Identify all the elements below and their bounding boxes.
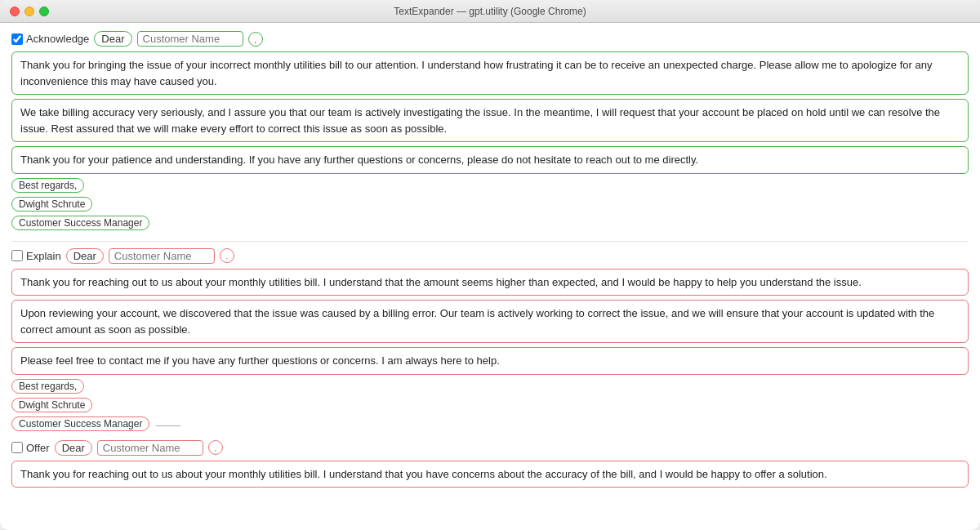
minimize-button[interactable]	[24, 7, 34, 16]
acknowledge-label: Acknowledge	[26, 33, 89, 45]
offer-dear-pill[interactable]: Dear	[55, 440, 92, 456]
explain-customer-input[interactable]	[109, 248, 215, 264]
acknowledge-comma: ,	[248, 32, 263, 47]
acknowledge-para-1: Thank you for bringing the issue of your…	[11, 51, 969, 95]
explain-para-2: Upon reviewing your account, we discover…	[11, 300, 969, 343]
acknowledge-dear-pill[interactable]: Dear	[94, 31, 131, 47]
explain-para-3: Please feel free to contact me if you ha…	[11, 347, 969, 375]
offer-header: Offer Dear ,	[11, 440, 969, 456]
acknowledge-checkbox-label[interactable]: Acknowledge	[11, 33, 89, 45]
acknowledge-closing: Best regards,	[11, 178, 84, 193]
explain-checkbox[interactable]	[11, 250, 23, 261]
explain-checkbox-label[interactable]: Explain	[11, 250, 61, 262]
explain-closing: Best regards,	[11, 379, 84, 394]
explain-header: Explain Dear ,	[11, 248, 969, 264]
acknowledge-para-3: Thank you for your patience and understa…	[11, 146, 969, 174]
traffic-lights	[10, 7, 49, 16]
maximize-button[interactable]	[39, 7, 49, 16]
acknowledge-customer-input[interactable]	[137, 31, 243, 47]
offer-customer-input[interactable]	[97, 440, 203, 456]
acknowledge-name: Dwight Schrute	[11, 197, 92, 212]
title-bar: TextExpander — gpt.utility (Google Chrom…	[0, 0, 980, 23]
acknowledge-checkbox[interactable]	[11, 33, 23, 45]
explain-name: Dwight Schrute	[11, 398, 92, 412]
explain-para-1: Thank you for reaching out to us about y…	[11, 269, 969, 296]
explain-role: Customer Success Manager	[11, 416, 149, 431]
offer-label: Offer	[26, 442, 50, 454]
offer-para-1: Thank you for reaching out to us about y…	[11, 461, 969, 488]
acknowledge-para-2: We take billing accuracy very seriously,…	[11, 99, 969, 142]
explain-dear-pill[interactable]: Dear	[66, 248, 104, 264]
acknowledge-role: Customer Success Manager	[11, 216, 149, 230]
divider-1	[11, 241, 969, 242]
content-area: Acknowledge Dear , Thank you for bringin…	[0, 23, 980, 530]
main-window: TextExpander — gpt.utility (Google Chrom…	[0, 0, 980, 530]
section-acknowledge: Acknowledge Dear , Thank you for bringin…	[11, 31, 969, 234]
offer-checkbox[interactable]	[11, 442, 23, 453]
window-title: TextExpander — gpt.utility (Google Chrom…	[394, 6, 586, 17]
acknowledge-header: Acknowledge Dear ,	[11, 31, 969, 47]
section-explain: Explain Dear , Thank you for reaching ou…	[11, 248, 969, 435]
role-divider	[156, 425, 180, 426]
explain-label: Explain	[26, 250, 61, 262]
explain-comma: ,	[220, 248, 234, 263]
offer-comma: ,	[208, 440, 223, 455]
close-button[interactable]	[10, 7, 20, 16]
offer-checkbox-label[interactable]: Offer	[11, 442, 50, 454]
section-offer: Offer Dear , Thank you for reaching out …	[11, 440, 969, 488]
